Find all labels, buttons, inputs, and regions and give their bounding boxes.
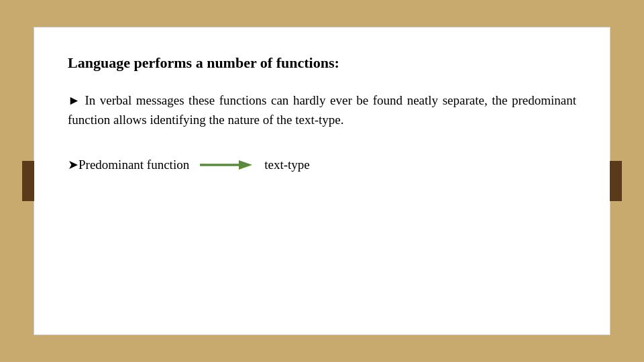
- bullet-section: ► In verbal messages these functions can…: [68, 90, 576, 130]
- paragraph-text: In verbal messages these functions can h…: [68, 93, 576, 127]
- arrow-section: ➤Predominant function text-type: [68, 157, 576, 173]
- slide-title: Language performs a number of functions:: [68, 54, 576, 72]
- arrow-target: text-type: [264, 158, 310, 172]
- right-tab: [610, 161, 622, 201]
- arrow-svg: [200, 157, 254, 173]
- arrow-label: ➤Predominant function: [68, 157, 189, 172]
- bullet-paragraph: ► In verbal messages these functions can…: [68, 90, 576, 130]
- slide-container: Language performs a number of functions:…: [34, 27, 610, 335]
- svg-marker-1: [239, 160, 252, 170]
- arrow-icon: [200, 157, 254, 173]
- left-tab: [22, 161, 34, 201]
- bullet-symbol: ►: [68, 93, 85, 107]
